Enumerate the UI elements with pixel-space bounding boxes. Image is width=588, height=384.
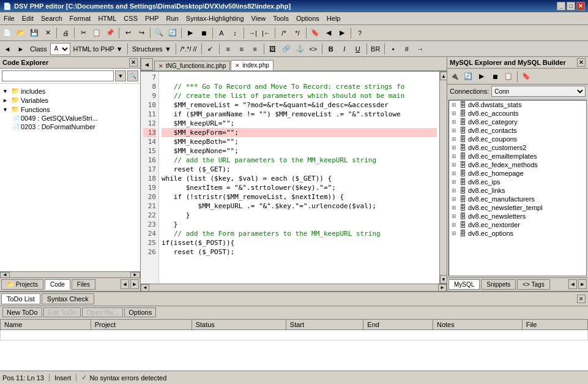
db-item-nextorder[interactable]: ⊞ 🗄 dv8.ec_nextorder xyxy=(449,220,586,229)
db-table-icon[interactable]: 📋 xyxy=(502,70,515,83)
bottom-panel-close-btn[interactable]: ✕ xyxy=(577,295,586,303)
maximize-button[interactable]: □ xyxy=(567,2,575,10)
run-icon[interactable]: ▶ xyxy=(184,27,196,39)
db-item-category[interactable]: ⊞ 🗄 dv8.ec_category xyxy=(449,118,586,126)
menu-format[interactable]: Format xyxy=(66,13,95,23)
align-right-icon[interactable]: ≡ xyxy=(249,43,261,55)
menu-run[interactable]: Run xyxy=(163,13,182,23)
stop-icon[interactable]: ⏹ xyxy=(198,27,210,39)
tab-files[interactable]: Files xyxy=(72,279,95,290)
br-icon[interactable]: BR xyxy=(370,43,382,55)
connections-select[interactable]: Conn xyxy=(491,86,586,97)
db-item-emailtemplates[interactable]: ⊞ 🗄 dv8.ec_emailtemplates xyxy=(449,152,586,160)
db-stop-icon[interactable]: ⏹ xyxy=(489,70,501,83)
open-file-icon[interactable]: 📂 xyxy=(15,27,27,39)
anchor-icon[interactable]: ⚓ xyxy=(294,43,306,55)
db-item-manufacturers[interactable]: ⊞ 🗄 dv8.ec_manufacturers xyxy=(449,195,586,203)
tree-item-includes[interactable]: ▼ 📁 includes xyxy=(2,86,138,96)
menu-edit[interactable]: Edit xyxy=(18,13,37,23)
paste-icon[interactable]: 📌 xyxy=(104,27,116,39)
db-item-newsletter-templ[interactable]: ⊞ 🗄 dv8.ec_newsletter_templ xyxy=(449,203,586,212)
left-prev-arrow[interactable]: ◄ xyxy=(121,279,129,289)
db-item-coupons[interactable]: ⊞ 🗄 dv8.ec_coupons xyxy=(449,135,586,143)
db-item-links[interactable]: ⊞ 🗄 dv8.ec_links xyxy=(449,186,586,195)
tab-code[interactable]: Code xyxy=(45,279,70,290)
prev-bookmark-icon[interactable]: ◀ xyxy=(322,27,335,39)
find-icon[interactable]: 🔍 xyxy=(153,27,165,39)
new-todo-button[interactable]: New ToDo xyxy=(2,307,42,317)
code-content[interactable]: // *** Go To Record and Move To Record: … xyxy=(159,72,439,284)
redo-icon[interactable]: ↪ xyxy=(135,27,147,39)
right-next-arrow[interactable]: ► xyxy=(578,279,587,289)
db-item-contacts[interactable]: ⊞ 🗄 dv8.ec_contacts xyxy=(449,126,586,135)
open-file-button[interactable]: Open file... xyxy=(82,307,123,317)
outdent-icon[interactable]: |← xyxy=(260,27,272,39)
code-search-down-button[interactable]: ▼ xyxy=(115,70,126,81)
new-file-icon[interactable]: 📄 xyxy=(1,27,13,39)
cut-icon[interactable]: ✂ xyxy=(77,27,89,39)
indent-icon[interactable]: →| xyxy=(247,27,259,39)
italic-icon[interactable]: I xyxy=(338,43,351,55)
left-panel-close[interactable]: ✕ xyxy=(129,58,138,67)
db-bookmark-icon[interactable]: 🔖 xyxy=(520,70,532,83)
tree-item-functions[interactable]: ▼ 📁 Functions xyxy=(2,105,138,114)
link-icon[interactable]: 🔗 xyxy=(280,43,292,55)
undo-icon[interactable]: ↩ xyxy=(122,27,134,39)
tab-todo-list[interactable]: ToDo List xyxy=(1,293,40,304)
back-icon[interactable]: ◄ xyxy=(1,43,13,55)
list-indent-icon[interactable]: → xyxy=(414,43,426,55)
db-item-fedex[interactable]: ⊞ 🗄 dv8.ec_fedex_methods xyxy=(449,160,586,169)
db-item-customers2[interactable]: ⊞ 🗄 dv8.ec_customers2 xyxy=(449,143,586,152)
menu-file[interactable]: File xyxy=(0,13,18,23)
left-scroll-left-btn[interactable]: ◄ xyxy=(0,272,10,278)
tab-projects[interactable]: 📁 Projects xyxy=(1,279,43,290)
underline-icon[interactable]: U xyxy=(352,43,364,55)
replace-icon[interactable]: 🔄 xyxy=(166,27,179,39)
tab-close-index-icon[interactable]: ✕ xyxy=(235,62,240,69)
db-query-icon[interactable]: ▶ xyxy=(475,70,488,83)
db-connect-icon[interactable]: 🔌 xyxy=(448,70,461,83)
menu-options[interactable]: Options xyxy=(292,13,323,23)
tab-close-tng-icon[interactable]: ✕ xyxy=(158,63,163,69)
next-bookmark-icon[interactable]: ▶ xyxy=(336,27,348,39)
db-item-homepage[interactable]: ⊞ 🗄 dv8.ec_homepage xyxy=(449,169,586,178)
comment-icon[interactable]: /* xyxy=(278,27,290,39)
save-icon[interactable]: 💾 xyxy=(28,27,40,39)
db-item-options[interactable]: ⊞ 🗄 dv8.ec_options xyxy=(449,229,586,238)
db-refresh-icon[interactable]: 🔄 xyxy=(462,70,474,83)
menu-syntax-highlighting[interactable]: Syntax-Highlighting xyxy=(182,13,248,23)
forward-icon[interactable]: ► xyxy=(15,43,27,55)
font-icon[interactable]: A xyxy=(215,27,228,39)
left-scroll-right-btn[interactable]: ► xyxy=(130,272,140,278)
tree-item-getSQL[interactable]: 📄 0049 : GetSQLValueStri... xyxy=(12,114,138,122)
editor-scroll-left-btn[interactable]: ◄ xyxy=(141,284,149,292)
tab-snippets[interactable]: Snippets xyxy=(481,279,516,290)
code-icon[interactable]: <> xyxy=(307,43,319,55)
tab-mysql[interactable]: MySQL xyxy=(448,279,480,290)
class-selector[interactable]: A xyxy=(50,43,70,55)
image-icon[interactable]: 🖼 xyxy=(267,43,279,55)
menu-php[interactable]: PHP xyxy=(141,13,163,23)
editor-scroll-down-btn[interactable]: ▼ xyxy=(440,275,447,284)
uncomment-icon[interactable]: */ xyxy=(291,27,303,39)
menu-html[interactable]: HTML xyxy=(94,13,120,23)
bold-icon[interactable]: B xyxy=(325,43,337,55)
left-next-arrow[interactable]: ► xyxy=(130,279,139,289)
tree-item-doFormat[interactable]: 📄 0203 : DoFormatNumber xyxy=(12,122,138,131)
right-panel-close[interactable]: ✕ xyxy=(577,58,586,67)
bookmark-icon[interactable]: 🔖 xyxy=(309,27,321,39)
menu-view[interactable]: View xyxy=(248,13,270,23)
list-ol-icon[interactable]: # xyxy=(401,43,413,55)
font-size-icon[interactable]: ↕ xyxy=(229,27,241,39)
tree-item-variables[interactable]: ► 📁 Variables xyxy=(2,96,138,105)
editor-tab-tng[interactable]: ✕ tNG_functions.inc.php xyxy=(154,61,230,70)
menu-tools[interactable]: Tools xyxy=(269,13,292,23)
align-center-icon[interactable]: ≡ xyxy=(236,43,248,55)
insert-icon[interactable]: ↙ xyxy=(204,43,217,55)
tab-tags[interactable]: <> Tags xyxy=(517,279,549,290)
editor-tab-prev[interactable]: ◄ xyxy=(141,58,153,70)
menu-css[interactable]: CSS xyxy=(120,13,141,23)
align-left-icon[interactable]: ≡ xyxy=(222,43,234,55)
editor-tab-index[interactable]: ✕ index.php xyxy=(231,60,273,70)
editor-scroll-right-btn[interactable]: ► xyxy=(438,284,447,292)
